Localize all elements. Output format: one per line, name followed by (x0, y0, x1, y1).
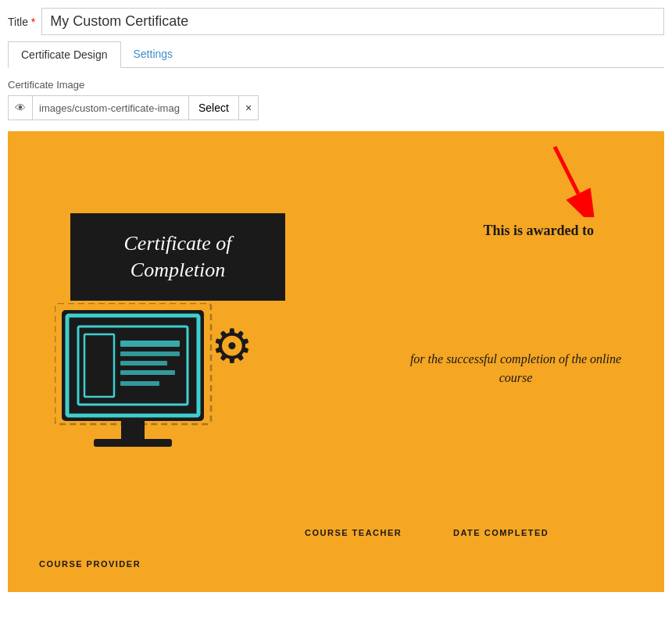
cert-title-box: Certificate of Completion (70, 213, 285, 301)
completion-text: for the successful completion of the onl… (406, 350, 625, 387)
monitor-illustration (55, 303, 227, 483)
title-input[interactable] (41, 8, 664, 35)
certificate-preview: Certificate of Completion This is awarde… (8, 131, 664, 592)
red-arrow (508, 139, 602, 217)
svg-rect-9 (120, 370, 175, 375)
svg-rect-10 (120, 381, 159, 386)
course-provider-label: COURSE PROVIDER (39, 559, 141, 569)
title-label: Title * (8, 16, 35, 28)
cert-title-text: Certificate of Completion (84, 230, 271, 284)
clear-button[interactable]: × (238, 95, 259, 120)
image-input-row: 👁 Select × (8, 95, 664, 120)
file-path-input[interactable] (32, 95, 188, 120)
svg-rect-12 (94, 439, 172, 447)
awarded-text: This is awarded to (483, 223, 594, 239)
svg-rect-8 (120, 361, 167, 366)
svg-rect-7 (120, 351, 180, 356)
tab-certificate-design[interactable]: Certificate Design (8, 41, 121, 68)
tabs-bar: Certificate Design Settings (8, 41, 664, 68)
page-wrapper: Title * Certificate Design Settings Cert… (0, 0, 672, 600)
svg-line-1 (555, 147, 578, 194)
eye-button[interactable]: 👁 (8, 95, 32, 120)
date-completed-label: DATE COMPLETED (453, 528, 549, 537)
cert-image-label: Certificate Image (8, 79, 664, 91)
course-teacher-label: COURSE TEACHER (305, 528, 402, 537)
title-row: Title * (8, 8, 664, 35)
select-button[interactable]: Select (188, 95, 238, 120)
tab-settings[interactable]: Settings (121, 41, 186, 68)
eye-icon: 👁 (15, 102, 26, 114)
svg-rect-6 (120, 341, 180, 347)
